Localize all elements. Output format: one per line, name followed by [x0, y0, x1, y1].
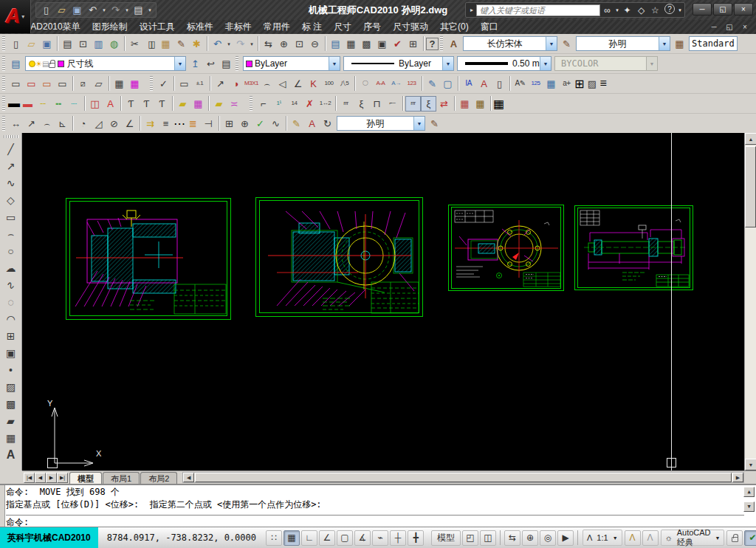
new-icon[interactable]: ▯	[38, 2, 54, 18]
layer-unlock-icon[interactable]	[49, 63, 55, 68]
revision-cloud-icon[interactable]: ☁	[2, 259, 20, 276]
dim-break-icon[interactable]: ⊣	[201, 116, 216, 131]
toolbar-grip[interactable]	[2, 36, 5, 51]
toolbar-grip[interactable]	[2, 56, 5, 71]
datum-circle-icon[interactable]: 〇	[357, 76, 373, 92]
ellipse-icon[interactable]: ◌	[2, 293, 20, 310]
doc-close-button[interactable]: ×	[738, 23, 752, 31]
open-file-icon[interactable]: ▱	[24, 36, 39, 52]
a-plus-icon[interactable]: a+	[559, 76, 574, 92]
table-style-icon[interactable]: ▦	[672, 36, 687, 52]
command-input-line[interactable]: 命令:	[6, 515, 744, 527]
save-file-icon[interactable]: ▣	[39, 36, 55, 52]
layer-previous-icon[interactable]: ↩	[203, 56, 219, 72]
polyline-icon[interactable]: ∿	[2, 174, 20, 191]
menu-dim-drive[interactable]: 尺寸驱动	[387, 20, 434, 34]
color-combo[interactable]: ByLayer ▼	[243, 56, 340, 71]
text-style-combo[interactable]: 长仿宋体 ▼	[463, 36, 557, 51]
mtext-icon[interactable]: A	[2, 446, 20, 463]
redo-icon[interactable]: ↷	[108, 2, 123, 18]
plate-hidden-icon[interactable]: ▰	[211, 96, 227, 112]
dim-baseline-icon[interactable]: ≡	[158, 116, 173, 131]
lwt-toggle[interactable]: ┼	[390, 530, 406, 546]
chevron-down-icon[interactable]: ▼	[413, 117, 425, 130]
open-icon[interactable]: ▱	[54, 2, 69, 18]
radius-note-icon[interactable]: 100	[321, 76, 337, 92]
annotation-auto-add-button[interactable]: Λ	[642, 530, 659, 546]
dim-arclength-icon[interactable]: ⌢	[39, 116, 55, 131]
toolbar-grip[interactable]	[250, 96, 252, 111]
communication-satellite-icon[interactable]: ◇	[634, 4, 648, 16]
table-icon[interactable]: ▦	[2, 429, 20, 446]
undo-dropdown-icon[interactable]: ▾	[225, 36, 233, 52]
dim-edit-icon[interactable]: ✎	[289, 116, 304, 131]
sheetset-manager-icon[interactable]: ▣	[374, 36, 390, 52]
tolerance-dim-icon[interactable]: ±.1	[192, 76, 207, 92]
line-icon[interactable]: ╱	[2, 140, 20, 157]
osnap-toggle[interactable]: ▢	[337, 530, 353, 546]
layer-make-current-icon[interactable]: ↥	[188, 56, 203, 72]
gradient-icon[interactable]: ▩	[2, 395, 20, 412]
menu-other[interactable]: 其它(0)	[434, 20, 475, 34]
layer-color-swatch[interactable]	[58, 61, 64, 67]
zoom-status-icon[interactable]: ⊕	[522, 530, 538, 546]
help-circle-icon[interactable]: ?	[664, 4, 675, 14]
menu-draw[interactable]: 图形绘制	[86, 20, 134, 34]
quickcalc-icon[interactable]: ⊞	[405, 36, 421, 52]
point-icon[interactable]: •	[2, 361, 20, 378]
select-box-icon[interactable]: ▢	[440, 76, 456, 92]
check-dim-icon[interactable]: ✓	[156, 76, 171, 92]
vertical-scrollbar[interactable]: ▲ ▼	[744, 133, 756, 470]
markup-manager-icon[interactable]: ✔	[390, 36, 405, 52]
chevron-down-icon[interactable]: ▼	[329, 57, 340, 70]
serial-1-2-icon[interactable]: 1↔2	[317, 96, 333, 112]
layer-properties-manager-icon[interactable]: ▤	[8, 56, 24, 72]
dim-radius-icon[interactable]: ◔	[75, 116, 91, 131]
layer-on-bulb-icon[interactable]	[29, 61, 35, 67]
annotation-scale-control[interactable]: Λ 1:1 ▼	[583, 530, 622, 546]
drawing-quick-view-icon[interactable]: ◫	[480, 530, 496, 546]
dim-centermark-icon[interactable]: ⊕	[237, 116, 252, 131]
list-rows-icon[interactable]: ≡	[599, 77, 606, 90]
linewidth-red-icon[interactable]: ▬	[20, 96, 35, 112]
chevron-down-icon[interactable]: ▼	[442, 57, 453, 70]
table-insert-icon[interactable]: ▦	[543, 76, 559, 92]
menu-standard-parts[interactable]: 标准件	[181, 20, 219, 34]
vertical-scroll-thumb[interactable]	[745, 146, 756, 227]
make-block-icon[interactable]: ▣	[2, 344, 20, 361]
zoom-previous-icon[interactable]: ⊖	[307, 36, 323, 52]
save-icon[interactable]: ▣	[69, 2, 85, 18]
print-icon[interactable]: ▤	[131, 2, 146, 18]
arrow-mark-icon[interactable]: ◁	[275, 76, 290, 92]
copy-icon[interactable]: ▯▯	[142, 36, 158, 52]
last-tab-icon[interactable]: ▶|	[57, 473, 68, 483]
table-style-combo[interactable]: Standard	[689, 36, 738, 51]
toolbar-lock-button[interactable]	[726, 530, 743, 546]
paste-icon[interactable]: ▦	[158, 36, 173, 52]
table-pencil-icon[interactable]: ▦	[472, 96, 488, 112]
polygon-icon[interactable]: ◇	[2, 191, 20, 208]
menu-common-parts[interactable]: 常用件	[258, 20, 296, 34]
command-window-grip[interactable]	[0, 485, 5, 528]
serial-xi-pressed-icon[interactable]: ξ	[421, 96, 436, 112]
letter-a-red-icon[interactable]: A	[103, 96, 118, 112]
toolbar-position-button[interactable]: ✔	[744, 530, 756, 546]
toolbar-grip[interactable]	[150, 76, 153, 91]
text-style-icon[interactable]: A	[446, 36, 461, 52]
dim-tolerance-icon[interactable]: ⊞	[221, 116, 237, 131]
toolbar-grip[interactable]	[2, 116, 5, 131]
serial-xi-icon[interactable]: ξ	[354, 96, 369, 112]
layer-states-icon[interactable]: ▤	[219, 56, 234, 72]
close-button[interactable]: ×	[734, 3, 753, 16]
rectangle-icon[interactable]: ▭	[2, 208, 20, 225]
dim-inspect-icon[interactable]: ✓	[252, 116, 268, 131]
serial-flag-icon[interactable]: ⌐~	[385, 96, 400, 112]
circle-icon[interactable]: ○	[2, 242, 20, 259]
properties-icon[interactable]: ▤	[328, 36, 343, 52]
qp-toggle[interactable]: ╋	[408, 530, 424, 546]
snap-toggle[interactable]: ∷	[266, 530, 282, 546]
match-properties-icon[interactable]: ✎	[173, 36, 189, 52]
annotation-visibility-button[interactable]: Λ	[625, 530, 641, 546]
colored-dashes-icon[interactable]: ≍	[227, 96, 242, 112]
serial-arrows-icon[interactable]: ⇄	[436, 96, 452, 112]
